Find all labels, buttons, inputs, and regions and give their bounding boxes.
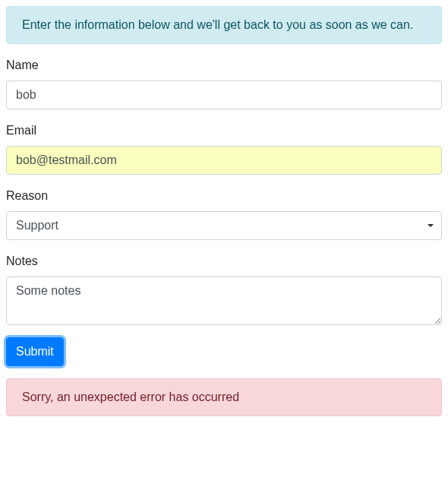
- email-input[interactable]: [6, 146, 442, 175]
- reason-group: Reason Support: [6, 187, 442, 240]
- error-alert: Sorry, an unexpected error has occurred: [6, 378, 442, 416]
- reason-label: Reason: [6, 187, 48, 205]
- name-label: Name: [6, 56, 39, 74]
- name-group: Name: [6, 56, 442, 109]
- email-group: Email: [6, 122, 442, 175]
- email-label: Email: [6, 122, 36, 140]
- notes-textarea[interactable]: Some notes: [6, 277, 442, 325]
- name-input[interactable]: [6, 81, 442, 109]
- submit-button[interactable]: Submit: [6, 337, 64, 366]
- reason-select[interactable]: Support: [6, 211, 442, 240]
- info-alert: Enter the information below and we'll ge…: [6, 6, 442, 44]
- notes-label: Notes: [6, 252, 38, 270]
- notes-group: Notes Some notes: [6, 252, 442, 325]
